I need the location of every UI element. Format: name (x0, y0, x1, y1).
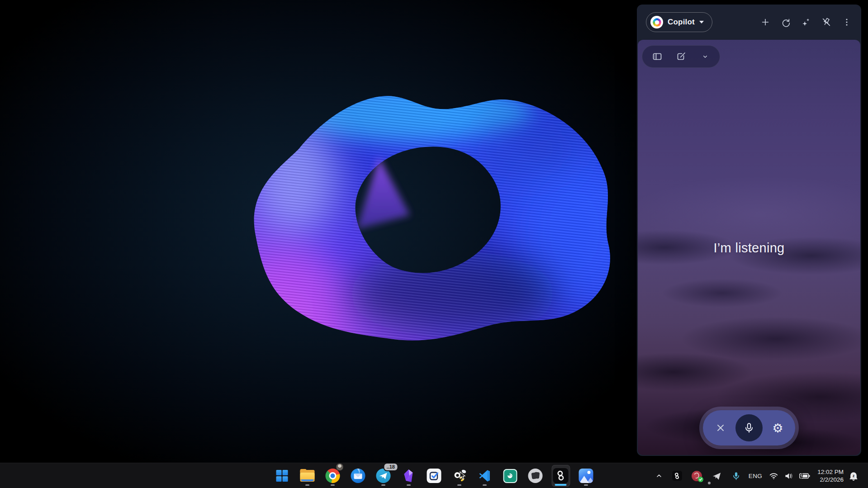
copilot-voice-area: I’m listening ⚙ (638, 40, 860, 455)
running-indicator (305, 484, 309, 486)
svg-text:z: z (853, 474, 854, 478)
ticktick-icon (427, 469, 441, 483)
obsidian-icon (402, 469, 416, 483)
volume-icon[interactable] (782, 467, 796, 485)
language-indicator[interactable]: ENG (744, 467, 767, 485)
more-options-button[interactable] (839, 15, 854, 30)
gear-icon: ⚙ (772, 422, 783, 434)
copilot-logo-icon (650, 16, 663, 28)
listening-status-text: I’m listening (638, 241, 860, 256)
running-indicator (331, 484, 335, 486)
file-explorer-icon (300, 470, 315, 482)
infinity-s-tray-icon[interactable] (669, 467, 685, 485)
language-code: ENG (749, 473, 762, 479)
taskbar-app-chrome[interactable] (323, 465, 342, 487)
telegram-unread-badge: ..18 (384, 463, 398, 471)
wallpaper-torus-art (0, 0, 637, 463)
chrome-profile-avatar (336, 463, 343, 471)
taskbar-app-start[interactable] (273, 465, 291, 487)
unpin-button[interactable] (819, 15, 834, 30)
close-voice-button[interactable] (713, 421, 728, 436)
focus-assist-bell-icon[interactable]: z (846, 467, 861, 485)
refresh-button[interactable] (778, 15, 793, 30)
taskbar-app-file-explorer[interactable] (298, 465, 317, 487)
telegram-tray-icon[interactable] (708, 467, 725, 485)
active-indicator (555, 484, 567, 486)
infinity-s-app-icon (553, 468, 569, 483)
microphone-button[interactable] (735, 414, 763, 441)
sparkles-button[interactable] (798, 15, 813, 30)
battery-charging-icon[interactable] (797, 467, 813, 485)
taskbar-app-green-spiral[interactable] (501, 465, 519, 487)
conversation-toolbar (642, 45, 720, 68)
wifi-icon[interactable] (767, 467, 781, 485)
running-indicator (381, 484, 385, 486)
sidebar-toggle-button[interactable] (650, 49, 664, 64)
taskbar: ..18 (0, 463, 868, 488)
voice-controls-container: ⚙ (699, 407, 799, 449)
taskbar-app-thunderbird[interactable] (349, 465, 367, 487)
taskbar-app-ticktick[interactable] (425, 465, 443, 487)
clock-date: 2/2/2026 (817, 476, 844, 483)
copilot-header: Copilot (637, 5, 861, 40)
voice-controls-pill: ⚙ (703, 410, 795, 445)
running-indicator (407, 484, 411, 486)
taskbar-app-infinity-s[interactable] (551, 465, 570, 487)
antivirus-tray-icon[interactable] (688, 467, 705, 485)
microphone-in-use-icon[interactable] (728, 467, 744, 485)
running-indicator (483, 484, 487, 486)
running-indicator (584, 484, 588, 486)
new-conversation-button[interactable] (758, 15, 773, 30)
new-chat-button[interactable] (674, 49, 688, 64)
copilot-app-selector[interactable]: Copilot (646, 12, 712, 32)
green-spiral-app-icon (503, 469, 517, 483)
clock[interactable]: 12:02 PM 2/2/2026 (813, 467, 846, 485)
copilot-header-actions (758, 15, 854, 30)
mouse-cursor (460, 471, 466, 482)
clock-time: 12:02 PM (817, 468, 844, 476)
voice-settings-button[interactable]: ⚙ (770, 421, 785, 436)
taskbar-app-obsidian[interactable] (399, 465, 418, 487)
chevron-down-button[interactable] (697, 49, 712, 64)
thunderbird-icon (351, 469, 365, 483)
taskbar-center-icons: ..18 (273, 463, 595, 488)
taskbar-app-photos[interactable] (577, 465, 595, 487)
windows-start-icon (276, 470, 288, 482)
copilot-panel: Copilot (637, 5, 861, 456)
copilot-app-label: Copilot (668, 18, 695, 27)
photos-icon (579, 469, 593, 483)
launcher-app-icon (528, 469, 543, 483)
taskbar-app-telegram[interactable]: ..18 (374, 465, 393, 487)
vscode-icon (478, 469, 492, 483)
taskbar-app-launcher[interactable] (526, 465, 545, 487)
system-tray: ENG (652, 463, 868, 488)
chrome-icon (326, 469, 340, 483)
hidden-icons-button[interactable] (652, 467, 666, 485)
running-indicator (457, 484, 461, 486)
taskbar-app-vscode[interactable] (475, 465, 494, 487)
chevron-down-icon (699, 21, 704, 24)
